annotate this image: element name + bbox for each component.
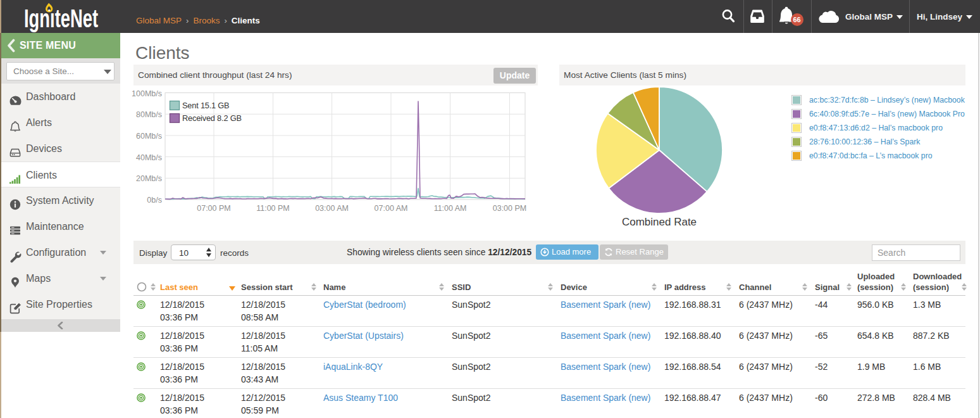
svg-text:11:00 AM: 11:00 AM — [434, 204, 467, 213]
svg-text:07:00 AM: 07:00 AM — [375, 204, 408, 213]
svg-text:0b/s: 0b/s — [147, 196, 162, 205]
svg-text:Sent 15.1 GB: Sent 15.1 GB — [182, 101, 229, 110]
svg-text:60Mb/s: 60Mb/s — [136, 132, 162, 141]
svg-text:03:00 PM: 03:00 PM — [493, 204, 527, 213]
svg-text:20Mb/s: 20Mb/s — [136, 174, 162, 183]
svg-text:Received 8.2 GB: Received 8.2 GB — [182, 113, 242, 123]
svg-text:100Mb/s: 100Mb/s — [132, 89, 162, 98]
svg-text:07:00 PM: 07:00 PM — [197, 204, 231, 213]
svg-text:11:00 PM: 11:00 PM — [256, 204, 290, 213]
svg-text:03:00 AM: 03:00 AM — [315, 204, 349, 213]
svg-text:80Mb/s: 80Mb/s — [136, 110, 162, 119]
svg-text:40Mb/s: 40Mb/s — [136, 153, 162, 162]
